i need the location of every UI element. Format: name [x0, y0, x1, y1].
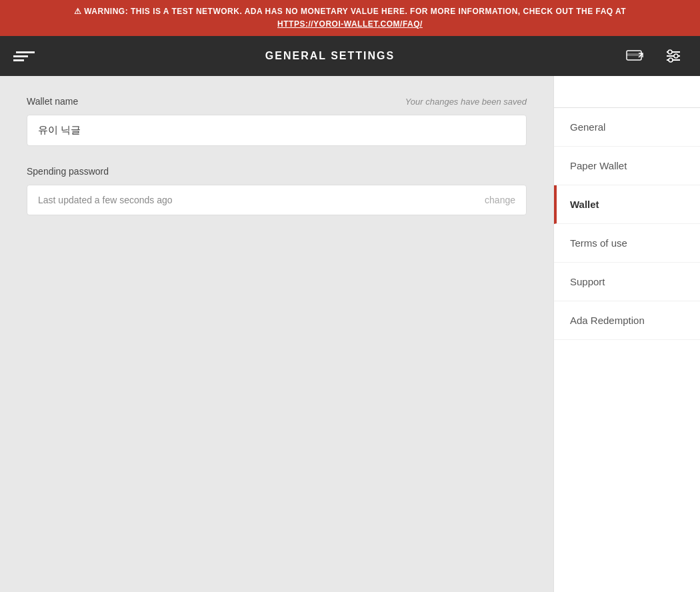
- password-status: Last updated a few seconds ago: [38, 195, 173, 205]
- header-actions: [623, 43, 687, 69]
- sidebar-item-terms-of-use[interactable]: Terms of use: [554, 224, 700, 263]
- sidebar-item-general[interactable]: General: [554, 108, 700, 147]
- sidebar-item-label: General: [570, 121, 605, 133]
- logo-line-3: [13, 59, 24, 61]
- sidebar-item-label: Terms of use: [570, 237, 627, 249]
- svg-point-5: [668, 50, 672, 54]
- page-title: GENERAL SETTINGS: [265, 50, 395, 62]
- wallet-name-section: Wallet name Your changes have been saved: [27, 96, 527, 146]
- saved-message: Your changes have been saved: [405, 97, 527, 107]
- sidebar-item-label: Ada Redemption: [570, 315, 645, 326]
- spending-password-label: Spending password: [27, 166, 109, 177]
- change-password-button[interactable]: change: [485, 195, 515, 205]
- wallet-name-input[interactable]: [27, 115, 527, 146]
- logo-line-1: [16, 51, 35, 53]
- spending-password-section: Spending password Last updated a few sec…: [27, 166, 527, 215]
- warning-link[interactable]: HTTPS://YOROI-WALLET.COM/FAQ/: [11, 18, 689, 31]
- settings-button[interactable]: [660, 43, 687, 69]
- wallet-name-header: Wallet name Your changes have been saved: [27, 96, 527, 107]
- sidebar-item-wallet[interactable]: Wallet: [554, 185, 700, 224]
- wallet-name-label: Wallet name: [27, 96, 78, 107]
- main-layout: Wallet name Your changes have been saved…: [0, 76, 700, 592]
- sidebar-item-support[interactable]: Support: [554, 263, 700, 301]
- sidebar-item-label: Paper Wallet: [570, 160, 627, 171]
- sidebar-item-label: Support: [570, 276, 605, 287]
- warning-text: WARNING: THIS IS A TEST NETWORK. ADA HAS…: [84, 7, 626, 16]
- logo: [13, 44, 37, 68]
- svg-point-6: [674, 54, 678, 58]
- logo-line-2: [13, 55, 28, 57]
- sidebar-top: [554, 76, 700, 108]
- warning-banner: ⚠ WARNING: THIS IS A TEST NETWORK. ADA H…: [0, 0, 700, 36]
- logo-icon: [13, 44, 37, 68]
- password-box: Last updated a few seconds ago change: [27, 185, 527, 215]
- sidebar-item-paper-wallet[interactable]: Paper Wallet: [554, 147, 700, 185]
- content-area: Wallet name Your changes have been saved…: [0, 76, 553, 592]
- sidebar-item-label: Wallet: [570, 199, 599, 210]
- warning-icon: ⚠: [74, 7, 82, 16]
- header: GENERAL SETTINGS: [0, 36, 700, 76]
- svg-point-7: [669, 58, 673, 62]
- wallet-transfer-button[interactable]: [623, 43, 649, 69]
- sidebar-item-ada-redemption[interactable]: Ada Redemption: [554, 301, 700, 340]
- sidebar: General Paper Wallet Wallet Terms of use…: [553, 76, 700, 592]
- spending-password-header: Spending password: [27, 166, 527, 177]
